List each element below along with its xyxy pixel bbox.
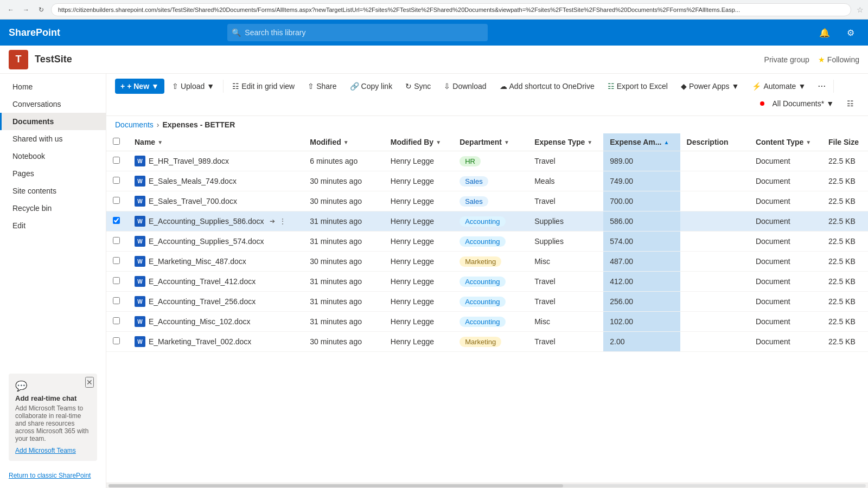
row-checkbox-cell[interactable] (106, 232, 128, 252)
table-row[interactable]: W E_Accounting_Travel_256.docx 31 minute… (106, 292, 868, 312)
back-button[interactable]: ← (4, 3, 17, 16)
table-row[interactable]: W E_Sales_Meals_749.docx 30 minutes ago … (106, 171, 868, 191)
row-checkbox-cell[interactable] (106, 332, 128, 352)
classic-sharepoint-link[interactable]: Return to classic SharePoint (0, 467, 106, 484)
row-checkbox-cell[interactable] (106, 171, 128, 191)
row-checkbox[interactable] (113, 297, 120, 304)
copy-link-button[interactable]: 🔗 Copy link (344, 79, 398, 94)
department-cell[interactable]: Sales (453, 171, 528, 191)
settings-button[interactable]: ⚙ (842, 24, 859, 41)
name-cell[interactable]: W E_Marketing_Misc_487.docx (128, 252, 303, 272)
close-promo-button[interactable]: ✕ (85, 377, 94, 388)
filesize-column-header[interactable]: File Size (822, 133, 868, 151)
download-button[interactable]: ⇩ Download (438, 79, 492, 94)
table-row[interactable]: W E_Accounting_Misc_102.docx 31 minutes … (106, 312, 868, 332)
automate-button[interactable]: ⚡ Automate ▼ (746, 79, 811, 94)
department-cell[interactable]: Accounting (453, 312, 528, 332)
search-input[interactable] (227, 24, 488, 41)
name-cell[interactable]: W E_Sales_Meals_749.docx (128, 171, 303, 191)
more-action-button[interactable]: ⋮ (278, 216, 287, 226)
sidebar-item-notebook[interactable]: Notebook (0, 147, 106, 165)
row-checkbox-cell[interactable] (106, 272, 128, 292)
name-cell[interactable]: W E_Accounting_Supplies_586.docx ➔ ⋮ (128, 211, 303, 232)
description-column-header[interactable]: Description (680, 133, 749, 151)
row-checkbox-cell[interactable] (106, 312, 128, 332)
table-row[interactable]: W E_Marketing_Misc_487.docx 30 minutes a… (106, 252, 868, 272)
name-column-header[interactable]: Name ▼ (128, 133, 303, 151)
address-bar[interactable] (51, 3, 851, 16)
department-cell[interactable]: Accounting (453, 292, 528, 312)
table-row[interactable]: W E_HR_Travel_989.docx 6 minutes ago Hen… (106, 151, 868, 171)
name-cell[interactable]: W E_Sales_Travel_700.docx (128, 191, 303, 211)
name-cell[interactable]: W E_Marketing_Travel_002.docx (128, 332, 303, 352)
sidebar-item-shared[interactable]: Shared with us (0, 130, 106, 147)
table-row[interactable]: W E_Accounting_Supplies_586.docx ➔ ⋮ 31 … (106, 211, 868, 232)
sidebar-item-documents[interactable]: Documents (0, 113, 106, 130)
open-action-button[interactable]: ➔ (269, 216, 276, 226)
department-cell[interactable]: Marketing (453, 332, 528, 352)
select-all-header[interactable] (106, 133, 128, 151)
department-column-header[interactable]: Department ▼ (453, 133, 528, 151)
sidebar-item-edit[interactable]: Edit (0, 217, 106, 234)
shortcut-button[interactable]: ☁ Add shortcut to OneDrive (494, 79, 600, 94)
scroll-thumb[interactable] (108, 484, 563, 487)
table-row[interactable]: W E_Accounting_Travel_412.docx 31 minute… (106, 272, 868, 292)
sidebar-item-pages[interactable]: Pages (0, 165, 106, 182)
sidebar-item-home[interactable]: Home (0, 78, 106, 95)
row-checkbox[interactable] (113, 157, 120, 164)
forward-button[interactable]: → (20, 3, 33, 16)
more-button[interactable]: ··· (813, 78, 830, 94)
row-checkbox[interactable] (113, 317, 120, 324)
breadcrumb-parent[interactable]: Documents (115, 120, 154, 129)
upload-button[interactable]: ⇧ Upload ▼ (167, 79, 220, 94)
row-checkbox-cell[interactable] (106, 211, 128, 232)
department-cell[interactable]: Accounting (453, 272, 528, 292)
row-checkbox-cell[interactable] (106, 292, 128, 312)
export-excel-button[interactable]: ☷ Export to Excel (602, 79, 673, 94)
row-checkbox[interactable] (113, 237, 120, 244)
new-button[interactable]: + + New ▼ (115, 79, 164, 94)
name-cell[interactable]: W E_Accounting_Misc_102.docx (128, 312, 303, 332)
department-cell[interactable]: Accounting (453, 232, 528, 252)
name-cell[interactable]: W E_Accounting_Travel_256.docx (128, 292, 303, 312)
following-button[interactable]: ★ Following (818, 55, 859, 64)
sync-button[interactable]: ↻ Sync (400, 79, 436, 94)
modified-column-header[interactable]: Modified ▼ (303, 133, 384, 151)
row-checkbox[interactable] (113, 177, 120, 184)
notifications-button[interactable]: 🔔 (816, 24, 833, 41)
name-cell[interactable]: W E_Accounting_Supplies_574.docx (128, 232, 303, 252)
horizontal-scrollbar[interactable] (106, 483, 868, 488)
refresh-button[interactable]: ↻ (35, 3, 48, 16)
row-checkbox-cell[interactable] (106, 151, 128, 171)
table-row[interactable]: W E_Sales_Travel_700.docx 30 minutes ago… (106, 191, 868, 211)
filter-button[interactable]: ☷ (841, 96, 859, 111)
row-checkbox-cell[interactable] (106, 191, 128, 211)
select-all-checkbox[interactable] (113, 138, 120, 145)
expense-type-column-header[interactable]: Expense Type ▼ (528, 133, 603, 151)
row-checkbox[interactable] (113, 337, 120, 344)
edit-grid-button[interactable]: ☷ Edit in grid view (227, 79, 300, 94)
sidebar-item-recycle-bin[interactable]: Recycle bin (0, 200, 106, 217)
share-button[interactable]: ⇧ Share (302, 79, 342, 94)
table-row[interactable]: W E_Accounting_Supplies_574.docx 31 minu… (106, 232, 868, 252)
power-apps-button[interactable]: ◆ Power Apps ▼ (675, 79, 745, 94)
expense-amt-column-header[interactable]: Expense Am... ▲ (603, 133, 680, 151)
row-checkbox[interactable] (113, 277, 120, 284)
department-cell[interactable]: HR (453, 151, 528, 171)
row-checkbox-cell[interactable] (106, 252, 128, 272)
modified-by-column-header[interactable]: Modified By ▼ (384, 133, 453, 151)
content-type-column-header[interactable]: Content Type ▼ (749, 133, 822, 151)
department-cell[interactable]: Accounting (453, 211, 528, 232)
name-cell[interactable]: W E_HR_Travel_989.docx (128, 151, 303, 171)
department-cell[interactable]: Sales (453, 191, 528, 211)
row-checkbox[interactable] (113, 217, 120, 224)
table-row[interactable]: W E_Marketing_Travel_002.docx 30 minutes… (106, 332, 868, 352)
row-checkbox[interactable] (113, 197, 120, 204)
name-cell[interactable]: W E_Accounting_Travel_412.docx (128, 272, 303, 292)
add-teams-link[interactable]: Add Microsoft Teams (15, 447, 76, 454)
department-cell[interactable]: Marketing (453, 252, 528, 272)
all-documents-button[interactable]: All Documents* ▼ (767, 96, 839, 111)
sidebar-item-site-contents[interactable]: Site contents (0, 182, 106, 200)
sidebar-item-conversations[interactable]: Conversations (0, 95, 106, 113)
row-checkbox[interactable] (113, 257, 120, 264)
